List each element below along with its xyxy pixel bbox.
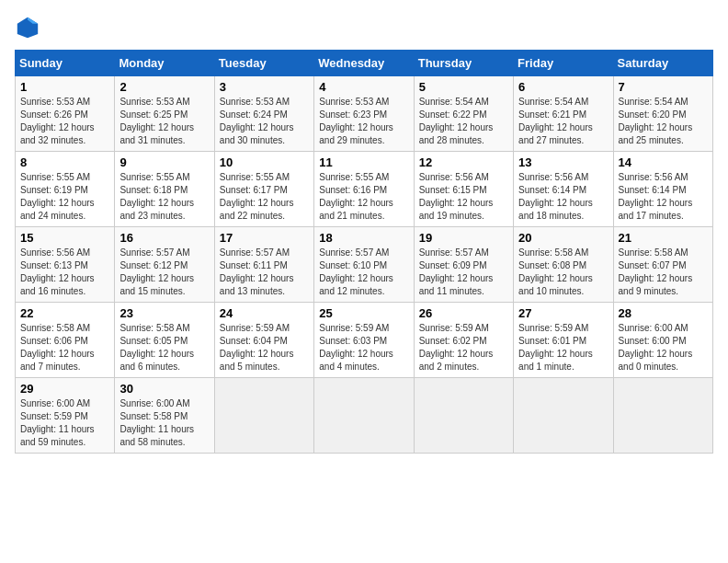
calendar-cell: 22 Sunrise: 5:58 AMSunset: 6:06 PMDaylig… [16,303,115,378]
calendar-cell: 11 Sunrise: 5:55 AMSunset: 6:16 PMDaylig… [314,152,414,227]
day-number: 17 [220,231,309,245]
calendar-cell: 12 Sunrise: 5:56 AMSunset: 6:15 PMDaylig… [414,152,513,227]
calendar-cell [214,378,313,454]
calendar-cell: 8 Sunrise: 5:55 AMSunset: 6:19 PMDayligh… [16,152,115,227]
day-number: 21 [619,231,708,245]
calendar-cell: 21 Sunrise: 5:58 AMSunset: 6:07 PMDaylig… [613,227,712,303]
calendar-table: SundayMondayTuesdayWednesdayThursdayFrid… [15,50,713,454]
day-detail: Sunrise: 5:56 AMSunset: 6:14 PMDaylight:… [619,171,708,223]
calendar-cell [613,378,712,454]
day-detail: Sunrise: 5:59 AMSunset: 6:04 PMDaylight:… [220,322,309,373]
day-detail: Sunrise: 6:00 AMSunset: 6:00 PMDaylight:… [619,322,708,373]
day-header-saturday: Saturday [613,51,712,76]
day-number: 24 [220,306,309,320]
calendar-cell: 14 Sunrise: 5:56 AMSunset: 6:14 PMDaylig… [613,152,712,227]
day-number: 30 [119,382,209,396]
day-number: 13 [518,155,608,169]
calendar-week-3: 15 Sunrise: 5:56 AMSunset: 6:13 PMDaylig… [16,227,713,303]
day-number: 5 [419,80,508,94]
day-detail: Sunrise: 5:56 AMSunset: 6:14 PMDaylight:… [518,171,608,223]
day-detail: Sunrise: 5:56 AMSunset: 6:13 PMDaylight:… [20,247,109,298]
day-header-wednesday: Wednesday [314,51,414,76]
calendar-cell: 7 Sunrise: 5:54 AMSunset: 6:20 PMDayligh… [613,76,712,152]
calendar-header-row: SundayMondayTuesdayWednesdayThursdayFrid… [16,51,713,76]
calendar-cell: 3 Sunrise: 5:53 AMSunset: 6:24 PMDayligh… [214,76,313,152]
svg-marker-0 [17,17,38,38]
calendar-week-5: 29 Sunrise: 6:00 AMSunset: 5:59 PMDaylig… [16,378,713,454]
day-detail: Sunrise: 5:59 AMSunset: 6:02 PMDaylight:… [419,322,508,373]
day-detail: Sunrise: 5:58 AMSunset: 6:07 PMDaylight:… [619,247,708,298]
calendar-cell: 1 Sunrise: 5:53 AMSunset: 6:26 PMDayligh… [16,76,115,152]
calendar-week-2: 8 Sunrise: 5:55 AMSunset: 6:19 PMDayligh… [16,152,713,227]
calendar-cell [514,378,613,454]
calendar-cell: 18 Sunrise: 5:57 AMSunset: 6:10 PMDaylig… [314,227,414,303]
calendar-cell [414,378,513,454]
day-detail: Sunrise: 6:00 AMSunset: 5:59 PMDaylight:… [20,397,109,449]
day-detail: Sunrise: 5:58 AMSunset: 6:05 PMDaylight:… [119,322,209,373]
calendar-cell: 26 Sunrise: 5:59 AMSunset: 6:02 PMDaylig… [414,303,513,378]
calendar-cell: 23 Sunrise: 5:58 AMSunset: 6:05 PMDaylig… [115,303,214,378]
day-number: 28 [619,306,708,320]
day-number: 29 [20,382,109,396]
calendar-cell: 28 Sunrise: 6:00 AMSunset: 6:00 PMDaylig… [613,303,712,378]
calendar-cell: 13 Sunrise: 5:56 AMSunset: 6:14 PMDaylig… [514,152,613,227]
day-detail: Sunrise: 5:53 AMSunset: 6:23 PMDaylight:… [319,96,408,147]
calendar-cell: 25 Sunrise: 5:59 AMSunset: 6:03 PMDaylig… [314,303,414,378]
day-detail: Sunrise: 5:53 AMSunset: 6:24 PMDaylight:… [220,96,309,147]
day-detail: Sunrise: 5:55 AMSunset: 6:16 PMDaylight:… [319,171,408,223]
day-detail: Sunrise: 5:59 AMSunset: 6:01 PMDaylight:… [518,322,608,373]
calendar-cell: 10 Sunrise: 5:55 AMSunset: 6:17 PMDaylig… [214,152,313,227]
day-number: 11 [319,155,408,169]
day-number: 18 [319,231,408,245]
day-number: 4 [319,80,408,94]
day-number: 8 [20,155,109,169]
day-number: 14 [619,155,708,169]
day-number: 25 [319,306,408,320]
day-number: 6 [518,80,608,94]
calendar-week-4: 22 Sunrise: 5:58 AMSunset: 6:06 PMDaylig… [16,303,713,378]
day-number: 1 [20,80,109,94]
day-detail: Sunrise: 5:55 AMSunset: 6:19 PMDaylight:… [20,171,109,223]
day-detail: Sunrise: 5:57 AMSunset: 6:10 PMDaylight:… [319,247,408,298]
logo-icon [15,15,40,40]
day-detail: Sunrise: 5:54 AMSunset: 6:22 PMDaylight:… [419,96,508,147]
day-number: 27 [518,306,608,320]
calendar-body: 1 Sunrise: 5:53 AMSunset: 6:26 PMDayligh… [16,76,713,454]
calendar-cell [314,378,414,454]
day-detail: Sunrise: 5:54 AMSunset: 6:21 PMDaylight:… [518,96,608,147]
day-detail: Sunrise: 5:55 AMSunset: 6:18 PMDaylight:… [119,171,209,223]
day-header-tuesday: Tuesday [214,51,313,76]
day-detail: Sunrise: 5:57 AMSunset: 6:09 PMDaylight:… [419,247,508,298]
calendar-cell: 19 Sunrise: 5:57 AMSunset: 6:09 PMDaylig… [414,227,513,303]
day-detail: Sunrise: 5:58 AMSunset: 6:06 PMDaylight:… [20,322,109,373]
calendar-cell: 16 Sunrise: 5:57 AMSunset: 6:12 PMDaylig… [115,227,214,303]
calendar-cell: 27 Sunrise: 5:59 AMSunset: 6:01 PMDaylig… [514,303,613,378]
calendar-cell: 30 Sunrise: 6:00 AMSunset: 5:58 PMDaylig… [115,378,214,454]
day-number: 22 [20,306,109,320]
calendar-cell: 9 Sunrise: 5:55 AMSunset: 6:18 PMDayligh… [115,152,214,227]
day-number: 12 [419,155,508,169]
day-header-sunday: Sunday [16,51,115,76]
calendar-cell: 15 Sunrise: 5:56 AMSunset: 6:13 PMDaylig… [16,227,115,303]
day-number: 16 [119,231,209,245]
day-number: 10 [220,155,309,169]
day-number: 3 [220,80,309,94]
calendar-cell: 5 Sunrise: 5:54 AMSunset: 6:22 PMDayligh… [414,76,513,152]
calendar-cell: 2 Sunrise: 5:53 AMSunset: 6:25 PMDayligh… [115,76,214,152]
day-detail: Sunrise: 5:59 AMSunset: 6:03 PMDaylight:… [319,322,408,373]
day-header-thursday: Thursday [414,51,513,76]
calendar-cell: 20 Sunrise: 5:58 AMSunset: 6:08 PMDaylig… [514,227,613,303]
day-detail: Sunrise: 5:57 AMSunset: 6:11 PMDaylight:… [220,247,309,298]
day-detail: Sunrise: 5:57 AMSunset: 6:12 PMDaylight:… [119,247,209,298]
day-detail: Sunrise: 5:55 AMSunset: 6:17 PMDaylight:… [220,171,309,223]
calendar-cell: 6 Sunrise: 5:54 AMSunset: 6:21 PMDayligh… [514,76,613,152]
day-number: 2 [119,80,209,94]
day-detail: Sunrise: 5:58 AMSunset: 6:08 PMDaylight:… [518,247,608,298]
day-header-monday: Monday [115,51,214,76]
day-number: 9 [119,155,209,169]
day-number: 7 [619,80,708,94]
calendar-cell: 4 Sunrise: 5:53 AMSunset: 6:23 PMDayligh… [314,76,414,152]
day-detail: Sunrise: 5:56 AMSunset: 6:15 PMDaylight:… [419,171,508,223]
day-detail: Sunrise: 5:54 AMSunset: 6:20 PMDaylight:… [619,96,708,147]
calendar-cell: 17 Sunrise: 5:57 AMSunset: 6:11 PMDaylig… [214,227,313,303]
